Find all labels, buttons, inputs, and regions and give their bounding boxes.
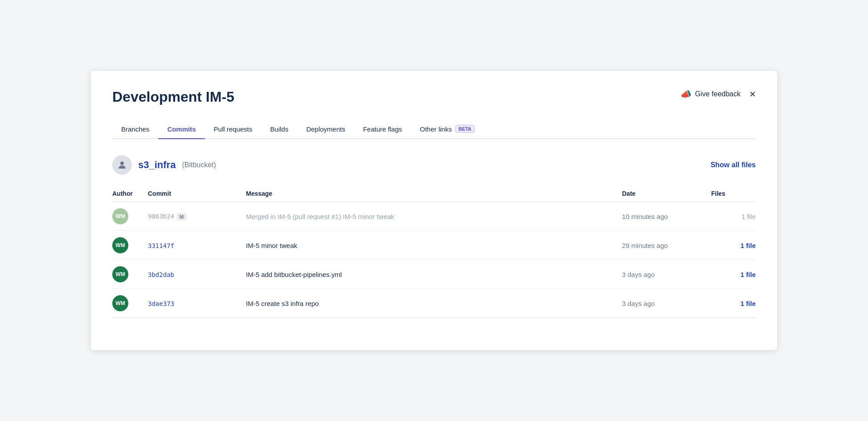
files-link[interactable]: 1 file (741, 300, 756, 307)
commit-hash-link[interactable]: 9863b24 (148, 213, 174, 220)
repo-info: s3_infra (Bitbucket) (112, 155, 216, 175)
tab-other-links[interactable]: Other links BETA (411, 120, 483, 138)
commit-date: 3 days ago (622, 300, 655, 307)
cell-files: 1 file (711, 260, 756, 289)
panel-header: Development IM-5 📣 Give feedback × (112, 89, 756, 105)
header-commit: Commit (148, 186, 246, 202)
megaphone-icon: 📣 (680, 89, 692, 99)
svg-point-0 (120, 161, 124, 165)
feedback-label: Give feedback (695, 90, 741, 98)
table-row: WM331147fIM-5 minor tweak29 minutes ago1… (112, 231, 756, 260)
header-message: Message (246, 186, 622, 202)
tabs-nav: Branches Commits Pull requests Builds De… (112, 120, 756, 139)
repo-section: s3_infra (Bitbucket) Show all files Auth… (112, 155, 756, 318)
cell-message: IM-5 minor tweak (246, 231, 622, 260)
tab-builds[interactable]: Builds (261, 120, 297, 138)
tab-deployments[interactable]: Deployments (297, 120, 354, 138)
tab-pull-requests[interactable]: Pull requests (205, 120, 262, 138)
cell-date: 29 minutes ago (622, 231, 711, 260)
close-button[interactable]: × (749, 89, 756, 99)
give-feedback-button[interactable]: 📣 Give feedback (680, 89, 741, 99)
author-avatar: WM (112, 295, 128, 311)
cell-message: IM-5 create s3 infra repo (246, 289, 622, 318)
author-avatar: WM (112, 237, 128, 253)
commit-message: IM-5 minor tweak (246, 242, 297, 249)
cell-commit: 331147f (148, 231, 246, 260)
author-avatar: WM (112, 266, 128, 282)
repo-header: s3_infra (Bitbucket) Show all files (112, 155, 756, 175)
cell-author: WM (112, 289, 148, 318)
cell-commit: 3dae373 (148, 289, 246, 318)
commit-hash-link[interactable]: 3dae373 (148, 300, 174, 307)
commit-message: Merged in IM-5 (pull request #1) IM-5 mi… (246, 213, 394, 220)
files-link[interactable]: 1 file (741, 271, 756, 278)
commit-date: 29 minutes ago (622, 242, 668, 249)
repo-source: (Bitbucket) (182, 161, 216, 169)
cell-date: 3 days ago (622, 260, 711, 289)
cell-author: WM (112, 231, 148, 260)
merge-badge: M (177, 213, 186, 220)
commit-date: 3 days ago (622, 271, 655, 278)
tab-feature-flags[interactable]: Feature flags (354, 120, 411, 138)
cell-author: WM (112, 202, 148, 231)
files-link[interactable]: 1 file (741, 242, 756, 249)
header-actions: 📣 Give feedback × (680, 89, 756, 99)
repo-avatar (112, 155, 132, 175)
tab-commits[interactable]: Commits (158, 120, 205, 138)
author-avatar: WM (112, 208, 128, 224)
header-files: Files (711, 186, 756, 202)
commit-hash-link[interactable]: 331147f (148, 242, 174, 249)
cell-commit: 9863b24M (148, 202, 246, 231)
header-date: Date (622, 186, 711, 202)
files-link: 1 file (741, 213, 756, 220)
tab-branches[interactable]: Branches (112, 120, 158, 138)
beta-badge: BETA (455, 125, 475, 133)
cell-message: IM-5 add bitbucket-pipelines.yml (246, 260, 622, 289)
commit-message: IM-5 add bitbucket-pipelines.yml (246, 271, 342, 278)
header-author: Author (112, 186, 148, 202)
table-row: WM3dae373IM-5 create s3 infra repo3 days… (112, 289, 756, 318)
table-row: WM9863b24MMerged in IM-5 (pull request #… (112, 202, 756, 231)
cell-author: WM (112, 260, 148, 289)
table-row: WM3bd2dabIM-5 add bitbucket-pipelines.ym… (112, 260, 756, 289)
repo-name[interactable]: s3_infra (138, 159, 176, 171)
cell-files: 1 file (711, 289, 756, 318)
commit-date: 10 minutes ago (622, 213, 668, 220)
commit-hash-link[interactable]: 3bd2dab (148, 271, 174, 278)
cell-date: 3 days ago (622, 289, 711, 318)
cell-commit: 3bd2dab (148, 260, 246, 289)
commits-table: Author Commit Message Date Files WM9863b… (112, 186, 756, 318)
main-panel: Development IM-5 📣 Give feedback × Branc… (91, 71, 777, 350)
show-all-files-button[interactable]: Show all files (711, 161, 756, 169)
cell-files: 1 file (711, 231, 756, 260)
panel-title: Development IM-5 (112, 89, 234, 105)
commit-message: IM-5 create s3 infra repo (246, 300, 319, 307)
cell-files: 1 file (711, 202, 756, 231)
cell-message: Merged in IM-5 (pull request #1) IM-5 mi… (246, 202, 622, 231)
cell-date: 10 minutes ago (622, 202, 711, 231)
